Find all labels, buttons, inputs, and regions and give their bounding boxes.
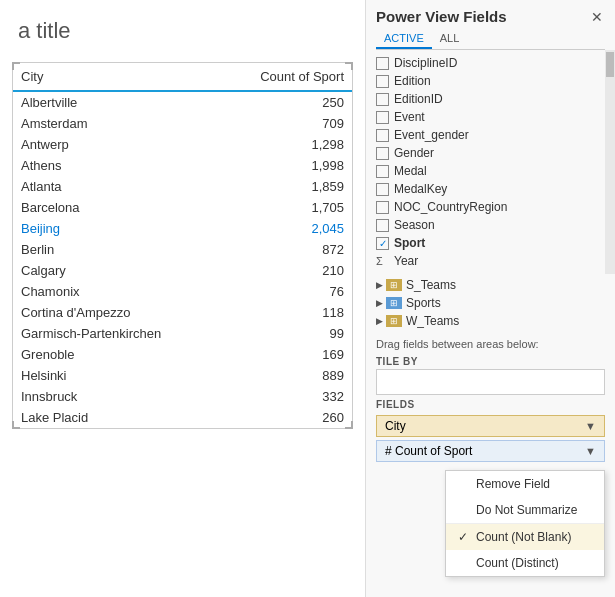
page-title: a title <box>0 0 365 54</box>
groups-section: ▶⊞S_Teams▶⊞Sports▶⊞W_Teams <box>366 274 615 332</box>
table-row: Berlin872 <box>13 239 352 260</box>
fields-list: DisciplineIDEditionEditionIDEventEvent_g… <box>366 50 615 274</box>
table-row: Albertville250 <box>13 91 352 113</box>
tile-by-area[interactable] <box>376 369 605 395</box>
context-menu-label: Count (Not Blank) <box>476 530 571 544</box>
field-item[interactable]: DisciplineID <box>376 54 605 72</box>
table-row: Cortina d'Ampezzo118 <box>13 302 352 323</box>
checkmark-icon: ✓ <box>458 530 472 544</box>
group-table-icon: ⊞ <box>386 279 402 291</box>
context-menu-label: Remove Field <box>476 477 550 491</box>
tab-active[interactable]: ACTIVE <box>376 29 432 49</box>
field-item[interactable]: ✓Sport <box>376 234 605 252</box>
field-item[interactable]: Event_gender <box>376 126 605 144</box>
corner-tr <box>345 62 353 70</box>
panel-title: Power View Fields <box>376 8 507 25</box>
field-checkbox[interactable] <box>376 201 389 214</box>
field-drop-label: # Count of Sport <box>385 444 472 458</box>
field-item[interactable]: Edition <box>376 72 605 90</box>
field-checkbox[interactable] <box>376 75 389 88</box>
group-table-icon: ⊞ <box>386 297 402 309</box>
group-arrow-icon: ▶ <box>376 298 383 308</box>
field-checkbox[interactable] <box>376 219 389 232</box>
group-table-icon: ⊞ <box>386 315 402 327</box>
context-menu-item[interactable]: Do Not Summarize <box>446 497 604 524</box>
tile-by-label: TILE BY <box>366 352 615 369</box>
field-drop-item[interactable]: # Count of Sport▼ <box>376 440 605 462</box>
group-label: S_Teams <box>406 278 456 292</box>
fields-section-label: FIELDS <box>366 395 615 412</box>
dropdown-arrow-icon: ▼ <box>585 420 596 432</box>
table-row: Barcelona1,705 <box>13 197 352 218</box>
group-item[interactable]: ▶⊞Sports <box>376 294 605 312</box>
table-row: Atlanta1,859 <box>13 176 352 197</box>
field-checkbox[interactable] <box>376 147 389 160</box>
fields-scrollbar-thumb <box>606 52 614 77</box>
field-item[interactable]: NOC_CountryRegion <box>376 198 605 216</box>
fields-scrollbar[interactable] <box>605 50 615 274</box>
panel-header: Power View Fields ✕ <box>366 0 615 25</box>
corner-br <box>345 421 353 429</box>
table-row: Calgary210 <box>13 260 352 281</box>
table-row: Lake Placid260 <box>13 407 352 428</box>
field-item[interactable]: Event <box>376 108 605 126</box>
field-checkbox[interactable] <box>376 129 389 142</box>
field-label: Year <box>394 254 418 268</box>
table-row: Innsbruck332 <box>13 386 352 407</box>
field-checkbox[interactable] <box>376 57 389 70</box>
data-table-container: City Count of Sport Albertville250Amster… <box>12 62 353 429</box>
field-item[interactable]: Medal <box>376 162 605 180</box>
field-label: MedalKey <box>394 182 447 196</box>
corner-bl <box>12 421 20 429</box>
table-row: Amsterdam709 <box>13 113 352 134</box>
group-arrow-icon: ▶ <box>376 280 383 290</box>
tab-all[interactable]: ALL <box>432 29 468 49</box>
close-button[interactable]: ✕ <box>589 9 605 25</box>
context-menu-item[interactable]: Remove Field <box>446 471 604 497</box>
table-row: Grenoble169 <box>13 344 352 365</box>
field-label: Gender <box>394 146 434 160</box>
field-label: Season <box>394 218 435 232</box>
table-row: Antwerp1,298 <box>13 134 352 155</box>
col-city: City <box>13 63 220 91</box>
field-label: NOC_CountryRegion <box>394 200 507 214</box>
drag-hint: Drag fields between areas below: <box>366 332 615 352</box>
table-row: Chamonix76 <box>13 281 352 302</box>
corner-tl <box>12 62 20 70</box>
group-label: W_Teams <box>406 314 459 328</box>
right-panel: Power View Fields ✕ ACTIVE ALL Disciplin… <box>365 0 615 597</box>
field-checkbox[interactable] <box>376 111 389 124</box>
col-count: Count of Sport <box>220 63 352 91</box>
panel-tabs: ACTIVE ALL <box>376 29 605 50</box>
field-item[interactable]: ΣYear <box>376 252 605 270</box>
field-checkbox[interactable] <box>376 183 389 196</box>
field-item[interactable]: MedalKey <box>376 180 605 198</box>
table-row: Athens1,998 <box>13 155 352 176</box>
field-drop-items: City▼# Count of Sport▼ <box>366 415 615 462</box>
table-row: Helsinki889 <box>13 365 352 386</box>
field-label: Sport <box>394 236 425 250</box>
field-drop-label: City <box>385 419 406 433</box>
context-menu-label: Do Not Summarize <box>476 503 577 517</box>
field-item[interactable]: Season <box>376 216 605 234</box>
fields-scroll-container: DisciplineIDEditionEditionIDEventEvent_g… <box>366 50 615 274</box>
field-label: Event <box>394 110 425 124</box>
table-row: Garmisch-Partenkirchen99 <box>13 323 352 344</box>
field-drop-item[interactable]: City▼ <box>376 415 605 437</box>
field-item[interactable]: Gender <box>376 144 605 162</box>
field-checkbox[interactable] <box>376 165 389 178</box>
group-arrow-icon: ▶ <box>376 316 383 326</box>
field-item[interactable]: EditionID <box>376 90 605 108</box>
field-label: DisciplineID <box>394 56 457 70</box>
field-label: Edition <box>394 74 431 88</box>
field-checkbox[interactable]: ✓ <box>376 237 389 250</box>
group-item[interactable]: ▶⊞S_Teams <box>376 276 605 294</box>
context-menu-item[interactable]: Count (Distinct) <box>446 550 604 576</box>
context-menu-label: Count (Distinct) <box>476 556 559 570</box>
context-menu: Remove FieldDo Not Summarize✓Count (Not … <box>445 470 605 577</box>
context-menu-item[interactable]: ✓Count (Not Blank) <box>446 524 604 550</box>
field-label: EditionID <box>394 92 443 106</box>
data-table: City Count of Sport Albertville250Amster… <box>13 63 352 428</box>
field-checkbox[interactable] <box>376 93 389 106</box>
group-item[interactable]: ▶⊞W_Teams <box>376 312 605 330</box>
